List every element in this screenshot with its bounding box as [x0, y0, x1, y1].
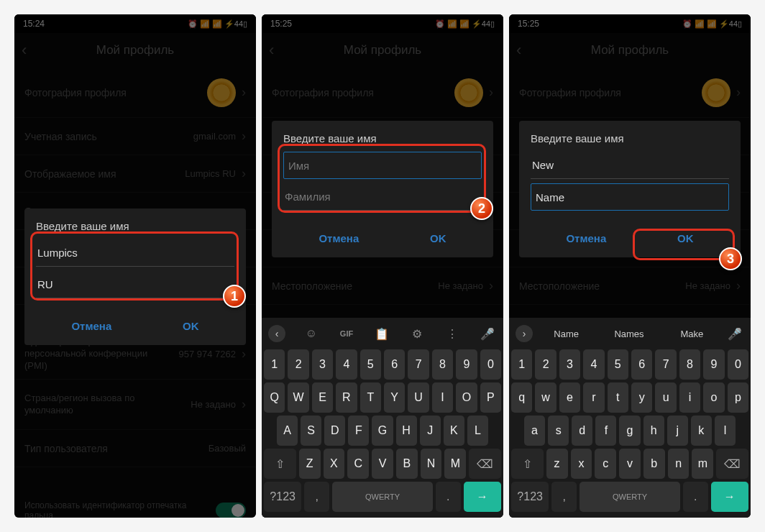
suggestion[interactable]: Make — [663, 329, 721, 339]
row-region[interactable]: Страна/регион вызова по умолчанию Не зад… — [14, 380, 256, 430]
key-S[interactable]: S — [301, 416, 321, 446]
keyboard[interactable]: ‹ ☺ GIF 📋 ⚙ ⋮ 🎤 1234567890 QWERTYUIOP AS… — [262, 318, 503, 518]
key-space[interactable]: QWERTY — [332, 482, 433, 512]
key-7[interactable]: 7 — [655, 349, 676, 380]
expand-icon[interactable]: › — [516, 325, 533, 342]
ok-button[interactable]: OK — [416, 225, 461, 252]
key-k[interactable]: k — [691, 416, 712, 446]
key-1[interactable]: 1 — [264, 349, 285, 380]
key-e[interactable]: e — [559, 382, 580, 413]
key-g[interactable]: g — [619, 416, 640, 446]
key-n[interactable]: n — [668, 449, 690, 479]
key-Z[interactable]: Z — [299, 449, 321, 479]
key-s[interactable]: s — [548, 416, 569, 446]
first-name-input[interactable] — [531, 152, 729, 179]
key-4[interactable]: 4 — [583, 349, 604, 380]
back-icon[interactable]: ‹ — [22, 41, 27, 60]
key-b[interactable]: b — [643, 449, 665, 479]
key-W[interactable]: W — [288, 382, 308, 413]
last-name-input[interactable] — [531, 183, 729, 211]
back-icon[interactable]: ‹ — [516, 41, 521, 60]
key-0[interactable]: 0 — [480, 349, 501, 380]
key-z[interactable]: z — [546, 449, 568, 479]
key-l[interactable]: l — [715, 416, 736, 446]
row-location[interactable]: Местоположение Не задано› — [509, 267, 751, 305]
key-Q[interactable]: Q — [264, 382, 285, 413]
key-9[interactable]: 9 — [703, 349, 724, 380]
key-9[interactable]: 9 — [456, 349, 477, 380]
key-enter[interactable]: → — [711, 482, 748, 512]
key-q[interactable]: q — [511, 382, 532, 413]
key-u[interactable]: u — [655, 382, 676, 413]
key-h[interactable]: h — [643, 416, 664, 446]
cancel-button[interactable]: Отмена — [57, 313, 126, 339]
key-backspace[interactable]: ⌫ — [716, 449, 748, 479]
row-account[interactable]: Учетная запись gmail.com› — [14, 118, 256, 155]
key-j[interactable]: j — [667, 416, 688, 446]
key-period[interactable]: . — [683, 482, 708, 512]
gif-icon[interactable]: GIF — [337, 329, 356, 338]
key-symbols[interactable]: ?123 — [511, 482, 549, 512]
key-B[interactable]: B — [396, 449, 418, 479]
key-M[interactable]: M — [444, 449, 466, 479]
more-icon[interactable]: ⋮ — [443, 327, 462, 341]
key-F[interactable]: F — [348, 416, 369, 446]
key-shift[interactable]: ⇧ — [511, 449, 544, 479]
key-2[interactable]: 2 — [535, 349, 556, 380]
key-V[interactable]: V — [372, 449, 393, 479]
emoji-icon[interactable]: ☺ — [302, 327, 321, 340]
key-H[interactable]: H — [396, 416, 417, 446]
row-display-name[interactable]: Отображаемое имя Lumpics RU› — [14, 155, 256, 193]
ok-button[interactable]: OK — [168, 313, 214, 339]
key-o[interactable]: o — [703, 382, 724, 413]
key-m[interactable]: m — [692, 449, 713, 479]
key-space[interactable]: QWERTY — [580, 482, 680, 512]
key-c[interactable]: c — [595, 449, 616, 479]
key-N[interactable]: N — [421, 449, 442, 479]
key-O[interactable]: O — [456, 382, 477, 413]
key-I[interactable]: I — [432, 382, 453, 413]
key-period[interactable]: . — [436, 482, 461, 512]
key-0[interactable]: 0 — [728, 349, 748, 380]
key-shift[interactable]: ⇧ — [264, 449, 296, 479]
key-7[interactable]: 7 — [408, 349, 429, 380]
last-name-input[interactable] — [283, 183, 482, 211]
key-v[interactable]: v — [619, 449, 641, 479]
row-fingerprint[interactable]: Использовать идентификатор отпечатка пал… — [14, 492, 256, 518]
key-f[interactable]: f — [595, 416, 616, 446]
key-R[interactable]: R — [336, 382, 357, 413]
mic-icon[interactable]: 🎤 — [725, 327, 744, 341]
last-name-input[interactable] — [36, 271, 234, 298]
key-8[interactable]: 8 — [679, 349, 700, 380]
suggestion[interactable]: Name — [537, 329, 595, 339]
key-4[interactable]: 4 — [336, 349, 357, 380]
key-comma[interactable]: , — [304, 482, 329, 512]
key-y[interactable]: y — [631, 382, 652, 413]
key-K[interactable]: K — [444, 416, 464, 446]
collapse-icon[interactable]: ‹ — [268, 325, 285, 342]
row-profile-photo[interactable]: Фотография профиля › — [509, 68, 751, 118]
key-backspace[interactable]: ⌫ — [469, 449, 501, 479]
key-p[interactable]: p — [728, 382, 748, 413]
key-3[interactable]: 3 — [559, 349, 580, 380]
key-i[interactable]: i — [679, 382, 700, 413]
first-name-input[interactable] — [283, 152, 482, 179]
row-location[interactable]: Местоположение Не задано› — [262, 267, 503, 305]
settings-icon[interactable]: ⚙ — [408, 327, 426, 341]
key-comma[interactable]: , — [551, 482, 577, 512]
key-2[interactable]: 2 — [288, 349, 308, 380]
key-enter[interactable]: → — [464, 482, 501, 512]
suggestion[interactable]: Names — [600, 329, 658, 339]
key-d[interactable]: d — [572, 416, 592, 446]
key-3[interactable]: 3 — [312, 349, 333, 380]
key-X[interactable]: X — [324, 449, 345, 479]
key-1[interactable]: 1 — [511, 349, 532, 380]
key-G[interactable]: G — [372, 416, 393, 446]
row-profile-photo[interactable]: Фотография профиля › — [14, 68, 256, 118]
key-T[interactable]: T — [360, 382, 381, 413]
key-r[interactable]: r — [583, 382, 604, 413]
key-t[interactable]: t — [608, 382, 628, 413]
key-P[interactable]: P — [480, 382, 501, 413]
key-A[interactable]: A — [277, 416, 298, 446]
key-J[interactable]: J — [420, 416, 441, 446]
